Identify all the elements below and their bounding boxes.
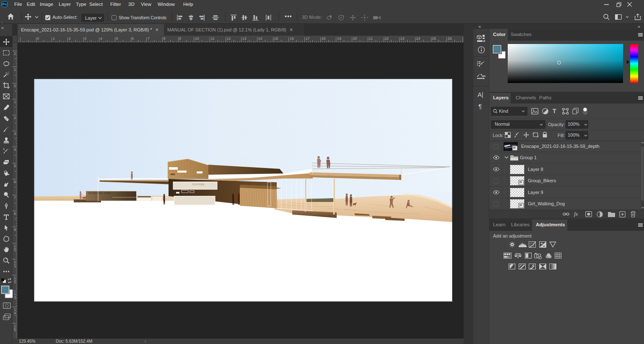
svg-text:BURNING MAN: BURNING MAN <box>88 191 111 194</box>
svg-text:COFFEE: COFFEE <box>192 183 205 186</box>
